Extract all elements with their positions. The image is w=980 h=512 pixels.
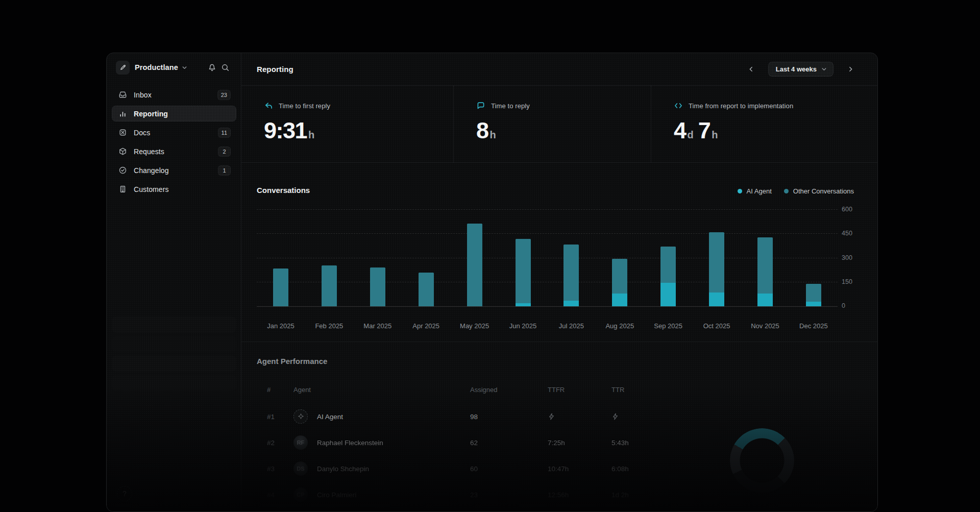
sidebar-item-label: Customers	[134, 185, 169, 193]
chevron-down-icon[interactable]	[182, 65, 187, 70]
y-axis-label: 0	[842, 302, 867, 309]
stat-unit: h	[712, 129, 718, 141]
x-axis-label: Oct 2025	[694, 322, 740, 330]
ttfr-cell: 7:25h	[548, 438, 565, 446]
stat-value: 4d7h	[674, 117, 878, 144]
sidebar-item-docs[interactable]: Docs11	[112, 125, 236, 140]
x-axis-label: Aug 2025	[597, 322, 643, 330]
date-range-select[interactable]: Last 4 weeks	[768, 62, 834, 77]
column-header-rank: #	[267, 386, 271, 394]
chevron-left-icon	[748, 66, 754, 72]
table-row[interactable]: #1AI Agent98	[241, 403, 878, 429]
chart-legend: AI AgentOther Conversations	[738, 187, 854, 195]
sidebar-item-label: Docs	[134, 129, 150, 137]
x-axis-label: Sep 2025	[645, 322, 691, 330]
stat-number: 8	[476, 117, 488, 144]
page-header: Reporting Last 4 weeks	[241, 53, 878, 86]
chart-baseline	[257, 306, 838, 307]
ttr-cell: 1d 2h	[611, 491, 629, 498]
stat-value: 9:31h	[264, 117, 453, 144]
table-row[interactable]: #2RFRaphael Fleckenstein627:25h5:43h	[241, 429, 878, 455]
column-header-ttr: TTR	[611, 386, 624, 394]
stat-number: 4	[674, 117, 686, 144]
legend-item: Other Conversations	[784, 187, 854, 195]
agent-name: AI Agent	[317, 412, 343, 420]
stat-value-part: 9:31h	[264, 117, 314, 144]
x-axis-label: Nov 2025	[742, 322, 788, 330]
sidebar-item-badge: 1	[218, 165, 231, 176]
next-period-button[interactable]	[844, 63, 857, 76]
sidebar-item-badge: 2	[218, 147, 231, 157]
x-axis-label: Jul 2025	[548, 322, 594, 330]
sidebar-item-label: Reporting	[134, 110, 168, 118]
chart-bar-may	[467, 224, 482, 306]
x-axis-label: Jun 2025	[500, 322, 546, 330]
assigned-cell: 60	[470, 465, 478, 472]
legend-label: AI Agent	[747, 187, 772, 195]
bar-segment-ai-agent	[806, 302, 821, 306]
sidebar-header: Productlane	[107, 53, 241, 82]
agent-name: Danylo Shchepin	[317, 465, 369, 472]
sidebar-item-inbox[interactable]: Inbox23	[112, 87, 236, 103]
chart-bar-sep	[660, 247, 676, 306]
bar-segment-ai-agent	[757, 294, 773, 306]
stat-header: Time to first reply	[264, 101, 453, 110]
legend-dot	[784, 189, 789, 193]
ttfr-cell: 12:56h	[548, 491, 569, 498]
sidebar-nav: Inbox23ReportingDocs11Requests2Changelog…	[112, 87, 236, 200]
lightning-icon	[548, 412, 555, 420]
notifications-button[interactable]	[205, 61, 218, 74]
stat-unit: d	[688, 129, 694, 141]
sidebar-item-changelog[interactable]: Changelog1	[112, 162, 236, 178]
x-axis-label: Jan 2025	[258, 322, 304, 330]
y-axis-label: 150	[842, 278, 867, 285]
search-button[interactable]	[218, 61, 232, 74]
sidebar-item-reporting[interactable]: Reporting	[112, 106, 236, 121]
x-axis-label: Mar 2025	[355, 322, 401, 330]
legend-label: Other Conversations	[793, 187, 854, 195]
stat-card-2: Time from report to implementation4d7h	[651, 86, 878, 162]
prev-period-button[interactable]	[745, 63, 758, 76]
workspace-logo[interactable]	[116, 61, 130, 75]
stat-card-0: Time to first reply9:31h	[241, 86, 453, 162]
stat-label: Time to first reply	[279, 102, 330, 110]
stat-card-1: Time to reply8h	[453, 86, 651, 162]
chat-bubble-icon	[476, 101, 485, 110]
chart-bar-nov	[757, 237, 773, 306]
ttfr-cell: 10:47h	[548, 465, 569, 472]
sidebar-skeleton-row	[112, 336, 236, 352]
search-icon	[221, 63, 230, 72]
sidebar-item-customers[interactable]: Customers	[112, 181, 236, 197]
ttr-cell: 6:08h	[611, 465, 629, 472]
sidebar-skeleton-row	[112, 355, 236, 372]
stat-value-part: 4d	[674, 117, 694, 144]
conversations-bar-chart	[257, 210, 838, 306]
workspace-name[interactable]: Productlane	[135, 63, 178, 71]
chart-gridline	[257, 233, 838, 234]
stat-unit: h	[490, 129, 496, 141]
legend-item: AI Agent	[738, 187, 772, 195]
y-axis-label: 450	[842, 230, 867, 237]
rank-cell: #4	[267, 491, 275, 498]
table-row[interactable]: #3DSDanylo Shchepin6010:47h6:08h	[241, 455, 878, 481]
lightning-icon	[611, 412, 619, 420]
table-row[interactable]: #4CPCiro Palmieri2312:56h1d 2h	[241, 481, 878, 507]
chart-bar-aug	[612, 259, 627, 306]
avatar: RF	[293, 435, 308, 450]
agent-performance-title: Agent Performance	[257, 357, 327, 365]
inbox-icon	[118, 90, 127, 99]
ttfr-cell	[548, 412, 555, 420]
chart-gridline	[257, 209, 838, 210]
chart-bar-dec	[806, 284, 821, 306]
sidebar-item-label: Inbox	[134, 91, 152, 99]
page-title: Reporting	[257, 65, 293, 74]
help-button[interactable]: ?	[117, 486, 132, 501]
stat-number: 9:31	[264, 117, 307, 144]
rank-cell: #3	[267, 465, 275, 472]
sidebar-item-requests[interactable]: Requests2	[112, 143, 236, 159]
sidebar-item-badge: 11	[218, 128, 231, 138]
x-axis-label: May 2025	[452, 322, 498, 330]
pen-icon	[119, 64, 127, 71]
stat-label: Time to reply	[491, 102, 530, 110]
rank-cell: #2	[267, 438, 275, 446]
